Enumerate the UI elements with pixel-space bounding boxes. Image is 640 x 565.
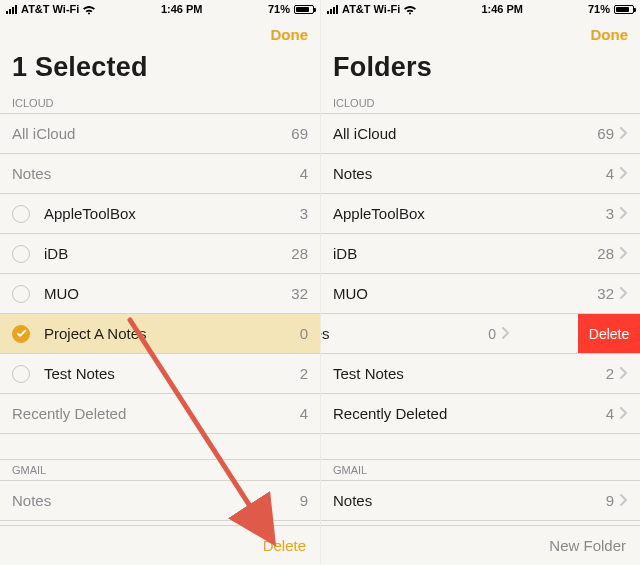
status-time: 1:46 PM <box>416 3 588 15</box>
delete-button[interactable]: Delete <box>263 537 306 554</box>
page-title: 1 Selected <box>12 52 308 83</box>
checkbox-icon[interactable] <box>12 365 30 383</box>
folder-label: Recently Deleted <box>333 405 598 422</box>
wifi-icon <box>404 5 416 14</box>
checkbox-icon[interactable] <box>12 205 30 223</box>
toolbar: Delete <box>0 525 320 565</box>
toolbar: New Folder <box>321 525 640 565</box>
folder-row[interactable]: iDB 28 <box>321 234 640 274</box>
folder-row[interactable]: Recently Deleted 4 <box>321 394 640 434</box>
folder-row: Recently Deleted 4 <box>0 394 320 434</box>
chevron-right-icon <box>620 245 628 262</box>
wifi-icon <box>83 5 95 14</box>
folder-list-icloud: All iCloud 69 Notes 4 AppleToolBox 3 iDB… <box>0 114 320 434</box>
folder-label: Test Notes <box>44 365 292 382</box>
section-header-icloud: ICLOUD <box>0 93 320 114</box>
checkbox-icon[interactable] <box>12 285 30 303</box>
status-bar: AT&T Wi-Fi 1:46 PM 71% <box>0 0 320 18</box>
folder-row[interactable]: MUO 32 <box>0 274 320 314</box>
folder-count: 3 <box>300 205 308 222</box>
folder-count: 28 <box>597 245 614 262</box>
pane-normal-mode: AT&T Wi-Fi 1:46 PM 71% Done Folders ICLO… <box>320 0 640 565</box>
folder-count: 9 <box>606 492 614 509</box>
folder-label: All iCloud <box>333 125 589 142</box>
folder-label: AppleToolBox <box>333 205 598 222</box>
folder-row-swiped[interactable]: A Notes 0 Delete <box>321 314 640 354</box>
folder-count: 69 <box>291 125 308 142</box>
folder-label: iDB <box>333 245 589 262</box>
folder-label: Test Notes <box>333 365 598 382</box>
done-button[interactable]: Done <box>591 26 629 43</box>
folder-row: All iCloud 69 <box>0 114 320 154</box>
section-header-gmail: GMAIL <box>0 460 320 481</box>
folder-row[interactable]: Notes 4 <box>321 154 640 194</box>
battery-pct-label: 71% <box>588 3 610 15</box>
folder-label: A Notes <box>321 325 480 342</box>
chevron-right-icon <box>620 405 628 422</box>
folder-label: AppleToolBox <box>44 205 292 222</box>
chevron-right-icon <box>620 165 628 182</box>
folder-count: 32 <box>291 285 308 302</box>
pane-edit-mode: AT&T Wi-Fi 1:46 PM 71% Done 1 Selected I… <box>0 0 320 565</box>
chevron-right-icon <box>620 492 628 509</box>
battery-icon <box>294 5 314 14</box>
folder-row[interactable]: Notes 9 <box>321 481 640 521</box>
nav-bar: Done <box>321 18 640 50</box>
nav-bar: Done <box>0 18 320 50</box>
folder-row[interactable]: Test Notes 2 <box>0 354 320 394</box>
folder-count: 2 <box>606 365 614 382</box>
chevron-right-icon <box>502 326 510 342</box>
folder-list-gmail: Notes 9 <box>321 481 640 521</box>
folder-count: 2 <box>300 365 308 382</box>
new-folder-button[interactable]: New Folder <box>549 537 626 554</box>
carrier-label: AT&T Wi-Fi <box>21 3 79 15</box>
folder-row[interactable]: AppleToolBox 3 <box>0 194 320 234</box>
status-time: 1:46 PM <box>95 3 268 15</box>
chevron-right-icon <box>620 285 628 302</box>
done-button[interactable]: Done <box>271 26 309 43</box>
checkbox-checked-icon[interactable] <box>12 325 30 343</box>
folder-label: MUO <box>333 285 589 302</box>
folder-count: 3 <box>606 205 614 222</box>
folder-row: Notes 4 <box>0 154 320 194</box>
folder-count: 69 <box>597 125 614 142</box>
folder-row-selected[interactable]: Project A Notes 0 <box>0 314 320 354</box>
folder-row[interactable]: All iCloud 69 <box>321 114 640 154</box>
checkbox-icon[interactable] <box>12 245 30 263</box>
folder-row[interactable]: iDB 28 <box>0 234 320 274</box>
battery-icon <box>614 5 634 14</box>
battery-pct-label: 71% <box>268 3 290 15</box>
folder-label: Notes <box>12 492 292 509</box>
folder-label: MUO <box>44 285 283 302</box>
folder-count: 28 <box>291 245 308 262</box>
folder-count: 0 <box>488 326 496 342</box>
folder-label: Notes <box>12 165 292 182</box>
page-title: Folders <box>333 52 628 83</box>
signal-bars-icon <box>327 5 338 14</box>
section-header-gmail: GMAIL <box>321 460 640 481</box>
folder-label: All iCloud <box>12 125 283 142</box>
folder-count: 4 <box>606 165 614 182</box>
folder-list-gmail: Notes 9 <box>0 481 320 521</box>
folder-count: 9 <box>300 492 308 509</box>
folder-row: Notes 9 <box>0 481 320 521</box>
section-header-icloud: ICLOUD <box>321 93 640 114</box>
folder-count: 32 <box>597 285 614 302</box>
carrier-label: AT&T Wi-Fi <box>342 3 400 15</box>
folder-label: iDB <box>44 245 283 262</box>
folder-row[interactable]: MUO 32 <box>321 274 640 314</box>
folder-label: Recently Deleted <box>12 405 292 422</box>
folder-label: Notes <box>333 165 598 182</box>
folder-list-icloud: All iCloud 69 Notes 4 AppleToolBox 3 iDB… <box>321 114 640 434</box>
folder-row[interactable]: AppleToolBox 3 <box>321 194 640 234</box>
folder-count: 4 <box>300 165 308 182</box>
folder-count: 0 <box>300 325 308 342</box>
swipe-delete-button[interactable]: Delete <box>578 314 640 353</box>
folder-count: 4 <box>606 405 614 422</box>
folder-row[interactable]: Test Notes 2 <box>321 354 640 394</box>
chevron-right-icon <box>620 205 628 222</box>
folder-label: Notes <box>333 492 598 509</box>
chevron-right-icon <box>620 125 628 142</box>
folder-count: 4 <box>300 405 308 422</box>
folder-label: Project A Notes <box>44 325 292 342</box>
